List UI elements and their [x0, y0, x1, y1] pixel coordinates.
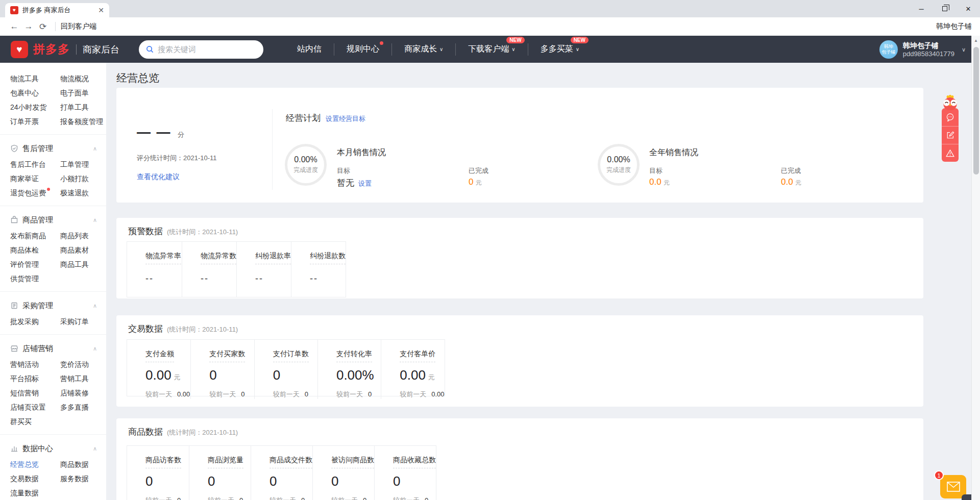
- metric-value: --: [145, 273, 182, 284]
- chevron-up-icon[interactable]: ∧: [93, 303, 97, 309]
- chevron-up-icon[interactable]: ∧: [93, 445, 97, 452]
- sidebar-item[interactable]: 报备额度管理: [60, 114, 106, 129]
- sidebar-item[interactable]: 打单工具: [60, 100, 93, 114]
- sidebar-item[interactable]: 多多直播: [60, 400, 93, 414]
- sidebar-section-header[interactable]: 店铺营销 ∧: [0, 340, 106, 357]
- sidebar-item[interactable]: 店铺装修: [60, 386, 93, 400]
- set-link[interactable]: 设置: [358, 180, 372, 187]
- sidebar-item[interactable]: 营销工具: [60, 371, 93, 386]
- sidebar-item[interactable]: 小额打款: [60, 171, 93, 186]
- nav-item-label: 多多买菜: [541, 44, 573, 55]
- browser-tab[interactable]: ♥ 拼多多 商家后台 ✕: [5, 3, 109, 17]
- sidebar-item[interactable]: 订单开票: [10, 114, 43, 129]
- sidebar-item[interactable]: 物流概况: [60, 71, 93, 86]
- reload-icon[interactable]: ⟳: [36, 21, 50, 32]
- sidebar-item[interactable]: 退货包运费: [10, 186, 50, 200]
- marketing-icon: [10, 344, 19, 353]
- sidebar-item[interactable]: 商品素材: [60, 243, 93, 257]
- sidebar-item[interactable]: 群买买: [10, 414, 36, 429]
- appbar-nav-item[interactable]: 多多买菜 ∨ NEW: [528, 43, 592, 56]
- chevron-up-icon[interactable]: ∧: [93, 145, 97, 152]
- sidebar-item[interactable]: 采购订单: [60, 314, 93, 329]
- chevron-down-icon: ∨: [576, 46, 579, 52]
- view-advice-link[interactable]: 查看优化建议: [137, 172, 180, 182]
- appbar-nav-item[interactable]: 商家成长 ∨: [391, 43, 455, 56]
- user-menu[interactable]: 韩坤 包子铺 韩坤包子铺 pdd98583401779 ∨: [879, 40, 966, 59]
- feedback-button[interactable]: [942, 126, 959, 144]
- metric-value: 0: [208, 473, 251, 489]
- sidebar-item[interactable]: 经营总览: [10, 457, 43, 471]
- done-label: 已完成: [781, 166, 801, 176]
- sidebar-item[interactable]: 交易数据: [10, 471, 43, 486]
- sidebar-item[interactable]: 包裹中心: [10, 86, 43, 100]
- chat-service-button[interactable]: [942, 108, 959, 126]
- metric-compare: 较前一天0: [209, 390, 254, 399]
- metric-value: 0: [331, 473, 374, 489]
- sidebar-item[interactable]: 售后工作台: [10, 157, 50, 171]
- sidebar-item[interactable]: 商家举证: [10, 171, 43, 186]
- month-goal-value: 暂无设置: [337, 177, 372, 189]
- close-button[interactable]: ✕: [957, 0, 980, 17]
- year-goal-value: 0.0元: [649, 177, 670, 187]
- sidebar-item[interactable]: 商品数据: [60, 457, 93, 471]
- back-icon[interactable]: ←: [7, 21, 21, 32]
- metric-label: 商品浏览量: [208, 456, 243, 468]
- page-scrollbar[interactable]: ▲: [971, 36, 980, 500]
- sidebar-section-header[interactable]: 采购管理 ∧: [0, 297, 106, 314]
- sidebar-section-data: 数据中心 ∧ 经营总览商品数据交易数据服务数据流量数据: [0, 434, 106, 500]
- tab-close-icon[interactable]: ✕: [98, 6, 104, 14]
- metric-cell: 商品浏览量 0 较前一天0: [189, 446, 251, 500]
- sidebar-item[interactable]: 短信营销: [10, 386, 43, 400]
- sidebar-item[interactable]: 发布新商品: [10, 229, 50, 243]
- sidebar-section-header[interactable]: 数据中心 ∧: [0, 440, 106, 457]
- sidebar-section-header[interactable]: 售后管理 ∧: [0, 140, 106, 157]
- notification-dot: [47, 188, 50, 191]
- forward-icon[interactable]: →: [21, 21, 36, 32]
- brand-divider: [76, 44, 77, 55]
- search-input[interactable]: [158, 45, 250, 54]
- sidebar-item[interactable]: 工单管理: [60, 157, 93, 171]
- browser-profile-name[interactable]: 韩坤包子铺: [936, 22, 972, 31]
- appbar-nav-item[interactable]: 下载客户端 ∨ NEW: [455, 43, 527, 56]
- sidebar-item[interactable]: 24小时发货: [10, 100, 51, 114]
- sidebar-item[interactable]: 营销活动: [10, 357, 43, 371]
- sidebar-item[interactable]: 商品体检: [10, 243, 43, 257]
- scroll-up-arrow-icon[interactable]: ▲: [972, 36, 980, 43]
- sidebar-item[interactable]: 流量数据: [10, 486, 43, 500]
- search-box[interactable]: [139, 40, 263, 59]
- sidebar-item[interactable]: 电子面单: [60, 86, 93, 100]
- metric-cell: 物流异常数 --: [182, 242, 236, 297]
- sidebar-item[interactable]: 极速退款: [60, 186, 93, 200]
- sidebar-item[interactable]: 物流工具: [10, 71, 43, 86]
- bookmark-back-to-client[interactable]: 回到客户端: [61, 22, 96, 31]
- chevron-up-icon[interactable]: ∧: [93, 345, 97, 352]
- report-button[interactable]: [942, 144, 959, 162]
- section-stat-time: (统计时间：2021-10-11): [167, 325, 238, 334]
- nav-item-label: 规则中心: [347, 44, 379, 55]
- chevron-up-icon[interactable]: ∧: [93, 217, 97, 223]
- metric-compare: 较前一天0: [331, 496, 374, 500]
- appbar-nav-item[interactable]: 站内信 ∨: [285, 43, 334, 56]
- sidebar-section-goods: 商品管理 ∧ 发布新商品商品列表商品体检商品素材评价管理商品工具供货管理: [0, 206, 106, 289]
- sidebar-item[interactable]: 评价管理: [10, 257, 43, 271]
- set-goal-link[interactable]: 设置经营目标: [326, 114, 365, 123]
- chevron-down-icon: ∨: [439, 46, 443, 52]
- sidebar-item[interactable]: 批发采购: [10, 314, 43, 329]
- sidebar-item[interactable]: 商品工具: [60, 257, 93, 271]
- metric-label: 物流异常数: [201, 252, 236, 264]
- minimize-button[interactable]: ─: [910, 0, 933, 17]
- sidebar-item[interactable]: 竞价活动: [60, 357, 93, 371]
- restore-button[interactable]: [933, 0, 957, 17]
- sidebar-item[interactable]: 店铺页设置: [10, 400, 50, 414]
- sidebar-section-header[interactable]: 商品管理 ∧: [0, 211, 106, 229]
- sidebar-item[interactable]: 平台招标: [10, 371, 43, 386]
- appbar-nav-item[interactable]: 规则中心 ∨: [334, 43, 391, 56]
- sidebar-item[interactable]: 供货管理: [10, 271, 43, 286]
- pdd-logo-icon[interactable]: ♥: [11, 41, 28, 58]
- metric-cell: 支付买家数 0 较前一天0: [190, 340, 254, 399]
- sidebar-item[interactable]: 服务数据: [60, 471, 93, 486]
- metric-label: 支付客单价: [400, 349, 435, 362]
- sidebar-item[interactable]: 商品列表: [60, 229, 93, 243]
- metric-compare: 较前一天0: [273, 390, 317, 399]
- scrollbar-thumb[interactable]: [973, 47, 979, 174]
